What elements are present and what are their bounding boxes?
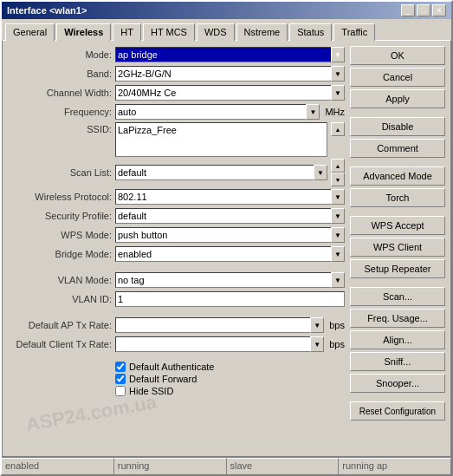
ssid-input-wrap: LaPizza_Free [115, 122, 327, 157]
mode-select-wrap: ▼ [115, 47, 345, 62]
bridge-mode-select-wrap: ▼ [115, 246, 345, 262]
wireless-protocol-row: Wireless Protocol: ▼ [8, 188, 345, 205]
status-running: running [114, 458, 227, 474]
title-bar: Interface <wlan1> _ □ ✕ [2, 2, 451, 19]
tab-general[interactable]: General [5, 23, 55, 41]
checkbox-default-authenticate-row: Default Authenticate [8, 362, 345, 372]
frequency-unit: MHz [325, 107, 345, 117]
window-title: Interface <wlan1> [7, 5, 87, 16]
status-slave: slave [227, 458, 340, 474]
scan-list-up[interactable]: ▲ [331, 159, 345, 173]
default-ap-tx-rate-row: Default AP Tx Rate: ▼ bps [8, 316, 345, 334]
wps-mode-select-wrap: ▼ [115, 227, 345, 243]
bridge-mode-label: Bridge Mode: [8, 249, 112, 259]
ssid-scroll-up[interactable]: ▲ [331, 122, 345, 136]
default-ap-tx-rate-input[interactable] [115, 317, 324, 333]
cancel-button[interactable]: Cancel [350, 68, 445, 87]
wps-mode-row: WPS Mode: ▼ [8, 226, 345, 244]
setup-repeater-button[interactable]: Setup Repeater [350, 259, 445, 278]
checkbox-default-authenticate-label: Default Authenticate [129, 362, 214, 372]
close-button[interactable]: ✕ [432, 4, 446, 16]
snooper-button[interactable]: Snooper... [350, 374, 445, 393]
default-client-tx-rate-input[interactable] [115, 336, 324, 352]
scan-list-down[interactable]: ▼ [331, 173, 345, 186]
tab-traffic[interactable]: Traffic [333, 23, 375, 41]
status-running-ap: running ap [339, 458, 451, 474]
channel-width-input[interactable] [115, 85, 345, 101]
vlan-mode-input[interactable] [115, 272, 345, 288]
disable-button[interactable]: Disable [350, 117, 445, 136]
vlan-mode-row: VLAN Mode: ▼ [8, 271, 345, 289]
apply-button[interactable]: Apply [350, 89, 445, 108]
scan-button[interactable]: Scan... [350, 287, 445, 306]
wireless-protocol-select-wrap: ▼ [115, 189, 345, 205]
wps-client-button[interactable]: WPS Client [350, 238, 445, 257]
wps-mode-input[interactable] [115, 227, 345, 243]
vlan-id-row: VLAN ID: [8, 290, 345, 308]
wps-mode-label: WPS Mode: [8, 230, 112, 240]
security-profile-input[interactable] [115, 208, 345, 224]
mode-input[interactable] [115, 47, 345, 62]
mode-label: Mode: [8, 49, 112, 60]
status-bar: enabled running slave running ap [2, 457, 451, 474]
checkbox-default-authenticate[interactable] [115, 362, 126, 372]
ssid-input[interactable]: LaPizza_Free [115, 122, 327, 157]
reset-configuration-button[interactable]: Reset Configuration [350, 401, 445, 421]
mode-row: Mode: ▼ [8, 46, 345, 63]
tab-wireless[interactable]: Wireless [56, 23, 111, 41]
checkbox-default-forward-label: Default Forward [129, 374, 197, 384]
frequency-row: Frequency: ▼ MHz [8, 103, 345, 121]
scan-list-row: Scan List: ▼ ▲ ▼ [8, 159, 345, 186]
tab-status[interactable]: Status [289, 23, 332, 41]
maximize-button[interactable]: □ [417, 4, 430, 16]
wps-accept-button[interactable]: WPS Accept [350, 216, 445, 235]
security-profile-row: Security Profile: ▼ [8, 207, 345, 225]
ok-button[interactable]: OK [350, 46, 445, 65]
vlan-mode-label: VLAN Mode: [8, 275, 112, 285]
advanced-mode-button[interactable]: Advanced Mode [350, 166, 445, 186]
ssid-scroll: ▲ [331, 122, 345, 136]
align-button[interactable]: Align... [350, 330, 445, 349]
vlan-id-label: VLAN ID: [8, 294, 112, 304]
sniff-button[interactable]: Sniff... [350, 352, 445, 371]
tab-wds[interactable]: WDS [197, 23, 235, 41]
band-label: Band: [8, 68, 112, 79]
scan-list-input[interactable] [115, 165, 327, 180]
security-profile-label: Security Profile: [8, 211, 112, 221]
checkbox-hide-ssid[interactable] [115, 386, 126, 396]
bridge-mode-input[interactable] [115, 246, 345, 262]
checkbox-hide-ssid-label: Hide SSID [129, 386, 173, 396]
status-enabled: enabled [2, 458, 114, 474]
wireless-protocol-input[interactable] [115, 189, 345, 205]
tab-nstreme[interactable]: Nstreme [236, 23, 288, 41]
comment-button[interactable]: Comment [350, 139, 445, 158]
minimize-button[interactable]: _ [401, 4, 415, 16]
ssid-row: SSID: LaPizza_Free ▲ [8, 122, 345, 157]
frequency-input[interactable] [115, 104, 320, 120]
vlan-id-input[interactable] [115, 291, 345, 307]
checkbox-hide-ssid-row: Hide SSID [8, 386, 345, 396]
channel-width-row: Channel Width: ▼ [8, 84, 345, 101]
content-area: Mode: ▼ Band: ▼ Channel Width: ▼ [2, 40, 451, 457]
channel-width-select-wrap: ▼ [115, 85, 345, 101]
tab-ht-mcs[interactable]: HT MCS [143, 23, 195, 41]
title-bar-controls: _ □ ✕ [401, 4, 446, 16]
ssid-label: SSID: [8, 122, 112, 134]
band-select-wrap: ▼ [115, 66, 345, 82]
frequency-select-wrap: ▼ [115, 104, 320, 120]
default-client-tx-rate-label: Default Client Tx Rate: [8, 339, 112, 349]
checkbox-default-forward-row: Default Forward [8, 374, 345, 384]
vlan-mode-select-wrap: ▼ [115, 272, 345, 288]
frequency-label: Frequency: [8, 107, 112, 117]
scan-list-label: Scan List: [8, 167, 112, 178]
tab-ht[interactable]: HT [113, 23, 141, 41]
torch-button[interactable]: Torch [350, 188, 445, 207]
security-profile-select-wrap: ▼ [115, 208, 345, 224]
freq-usage-button[interactable]: Freq. Usage... [350, 309, 445, 328]
checkbox-default-forward[interactable] [115, 374, 126, 384]
channel-width-label: Channel Width: [8, 88, 112, 98]
band-input[interactable] [115, 66, 345, 82]
bridge-mode-row: Bridge Mode: ▼ [8, 245, 345, 263]
button-panel: OK Cancel Apply Disable Comment Advanced… [350, 46, 445, 451]
main-window: Interface <wlan1> _ □ ✕ General Wireless… [0, 0, 453, 476]
